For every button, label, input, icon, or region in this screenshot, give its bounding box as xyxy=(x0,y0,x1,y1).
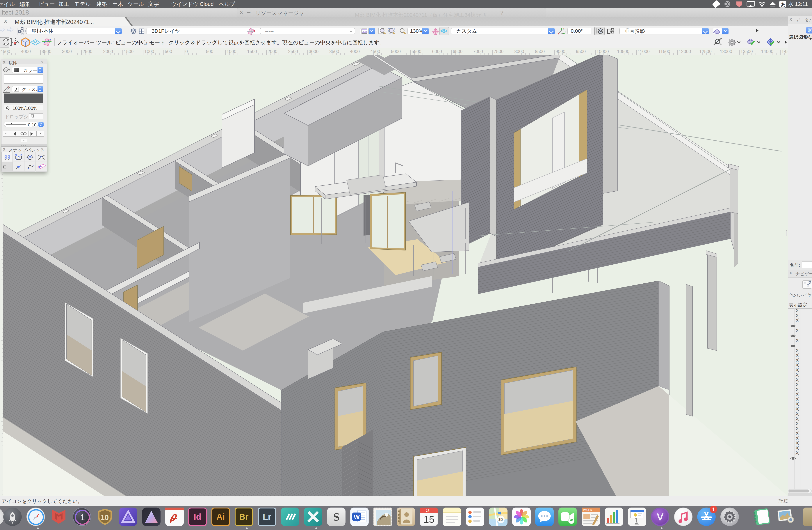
svg-text:1000: 1000 xyxy=(227,49,236,54)
svg-text:11500: 11500 xyxy=(658,49,670,54)
svg-text:6500: 6500 xyxy=(453,49,462,54)
svg-text:0: 0 xyxy=(185,49,188,54)
svg-text:4000: 4000 xyxy=(350,49,360,54)
svg-text:1000: 1000 xyxy=(144,49,154,54)
svg-text:4000: 4000 xyxy=(21,49,31,54)
svg-text:10500: 10500 xyxy=(617,49,629,54)
svg-text:1: 1 xyxy=(80,513,85,522)
svg-text:10: 10 xyxy=(101,514,109,521)
svg-text:3D: 3D xyxy=(498,517,503,521)
svg-text:11000: 11000 xyxy=(638,49,650,54)
svg-text:3000: 3000 xyxy=(62,49,72,54)
svg-text:9500: 9500 xyxy=(576,49,586,54)
svg-text:10000: 10000 xyxy=(596,49,609,54)
svg-text:3500: 3500 xyxy=(42,49,51,54)
svg-text:8000: 8000 xyxy=(514,49,524,54)
svg-text:x: x xyxy=(565,30,566,33)
svg-text:12500: 12500 xyxy=(699,49,712,54)
svg-text:9000: 9000 xyxy=(555,49,565,54)
svg-text:PAGES: PAGES xyxy=(583,508,592,512)
svg-text:5000: 5000 xyxy=(391,49,401,54)
svg-text:7000: 7000 xyxy=(473,49,483,54)
svg-text:1月: 1月 xyxy=(426,509,431,512)
svg-text:500: 500 xyxy=(206,49,213,54)
svg-text:2500: 2500 xyxy=(83,49,92,54)
svg-text:500: 500 xyxy=(165,49,172,54)
svg-text:2000: 2000 xyxy=(267,49,277,54)
svg-text:13000: 13000 xyxy=(720,49,732,54)
svg-text:3500: 3500 xyxy=(329,49,339,54)
svg-text:W: W xyxy=(354,514,360,520)
svg-text:4500: 4500 xyxy=(0,49,10,54)
svg-text:6000: 6000 xyxy=(432,49,442,54)
svg-text:12000: 12000 xyxy=(679,49,691,54)
svg-text:2000: 2000 xyxy=(103,49,113,54)
svg-text:1500: 1500 xyxy=(247,49,257,54)
svg-text:7500: 7500 xyxy=(494,49,504,54)
svg-text:14000: 14000 xyxy=(761,49,773,54)
svg-text:4500: 4500 xyxy=(370,49,380,54)
svg-text:5500: 5500 xyxy=(411,49,421,54)
svg-text:1500: 1500 xyxy=(124,49,133,54)
svg-text:15: 15 xyxy=(424,514,434,525)
svg-text:y: y xyxy=(563,27,564,30)
svg-text:3000: 3000 xyxy=(309,49,318,54)
svg-text:あ: あ xyxy=(781,2,786,7)
svg-text:13500: 13500 xyxy=(740,49,753,54)
svg-text:2500: 2500 xyxy=(288,49,298,54)
svg-text:8500: 8500 xyxy=(535,49,545,54)
